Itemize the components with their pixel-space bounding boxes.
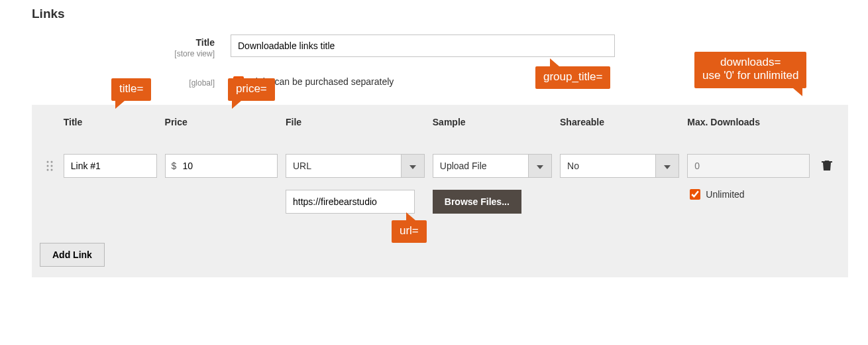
shareable-dropdown-button[interactable]	[655, 154, 679, 178]
sample-type-dropdown-button[interactable]	[528, 154, 552, 178]
file-type-select[interactable]: URL	[286, 154, 425, 178]
title-scope: [store view]	[32, 49, 215, 58]
title-label-wrap: Title [store view]	[32, 34, 231, 58]
link-price-input[interactable]	[165, 154, 278, 178]
section-title: Links	[32, 7, 848, 21]
svg-point-0	[46, 161, 48, 163]
link-title-input[interactable]	[64, 154, 157, 178]
th-max: Max. Downloads	[683, 114, 814, 130]
sample-type-value: Upload File	[433, 154, 528, 178]
drag-handle[interactable]	[40, 154, 60, 174]
svg-point-4	[46, 169, 48, 171]
links-grid: title= price= downloads= use '0' for unl…	[32, 105, 848, 277]
svg-point-5	[50, 169, 52, 171]
th-file: File	[282, 114, 429, 130]
chevron-down-icon	[537, 160, 543, 172]
th-shareable: Shareable	[556, 114, 683, 130]
unlimited-checkbox[interactable]	[690, 189, 700, 200]
callout-url: url=	[392, 220, 427, 243]
currency-prefix: $	[172, 154, 177, 178]
th-sample: Sample	[429, 114, 556, 130]
chevron-down-icon	[664, 160, 671, 172]
th-title: Title	[60, 114, 161, 130]
max-downloads-input[interactable]	[687, 154, 810, 178]
callout-title: title=	[111, 78, 151, 101]
browse-files-button[interactable]: Browse Files...	[433, 190, 521, 214]
shareable-select[interactable]: No	[560, 154, 679, 178]
drag-handle-icon	[46, 161, 54, 174]
sample-type-select[interactable]: Upload File	[433, 154, 552, 178]
table-row: $ URL url= Upload File	[32, 135, 848, 232]
unlimited-text: Unlimited	[706, 189, 744, 200]
callout-group-title: group_title=	[535, 66, 610, 89]
grid-header: Title Price File Sample Shareable Max. D…	[32, 105, 848, 135]
callout-downloads: downloads= use '0' for unlimited	[694, 52, 806, 88]
file-type-dropdown-button[interactable]	[401, 154, 425, 178]
th-price: Price	[161, 114, 282, 130]
svg-point-2	[46, 165, 48, 167]
svg-point-3	[50, 165, 52, 167]
unlimited-label[interactable]: Unlimited	[687, 187, 810, 202]
callout-price: price=	[228, 78, 275, 101]
delete-row-button[interactable]	[822, 159, 832, 174]
links-title-input[interactable]	[231, 34, 615, 57]
trash-icon	[822, 162, 832, 173]
file-type-value: URL	[286, 154, 401, 178]
add-link-button[interactable]: Add Link	[40, 243, 105, 267]
shareable-value: No	[560, 154, 655, 178]
svg-point-1	[50, 161, 52, 163]
title-label: Title	[32, 37, 215, 48]
chevron-down-icon	[409, 160, 416, 172]
file-url-input[interactable]	[286, 190, 415, 214]
